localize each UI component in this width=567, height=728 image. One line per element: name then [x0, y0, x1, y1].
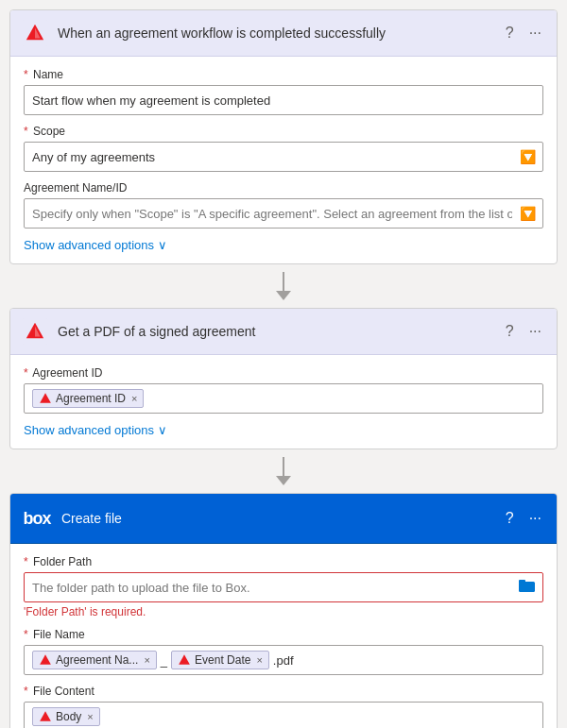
workflow-container: When an agreement workflow is completed …	[9, 9, 558, 728]
file-name-token-field[interactable]: Agreement Na... × _ Event Date × .pdf	[24, 645, 543, 675]
svg-marker-8	[179, 654, 190, 665]
trigger-more-button[interactable]: ···	[525, 24, 545, 42]
svg-marker-4	[40, 393, 51, 403]
file-content-token-body-close[interactable]: ×	[87, 711, 93, 722]
file-name-token-event-date: Event Date ×	[171, 651, 269, 669]
arrow-connector-1	[276, 264, 291, 308]
get-pdf-advanced-options-chevron-icon: ∨	[158, 423, 167, 437]
file-name-required-star: *	[24, 628, 28, 641]
agreement-id-token-close[interactable]: ×	[131, 393, 137, 404]
trigger-card-body: * Name * Scope 🔽 Agreement Name/I	[10, 57, 557, 263]
create-file-help-button[interactable]: ?	[502, 509, 518, 528]
file-name-field-group: * File Name Agreement Na... × _	[24, 628, 543, 675]
scope-field-group: * Scope 🔽	[24, 125, 543, 172]
get-pdf-card-body: * Agreement ID Agreement ID × Show advan…	[10, 355, 557, 449]
arrow-connector-2	[276, 449, 291, 493]
file-name-label: * File Name	[24, 628, 543, 641]
box-icon: box	[22, 503, 52, 533]
name-input[interactable]	[24, 85, 543, 115]
agreement-id-required-star: *	[24, 366, 28, 380]
file-content-label: * File Content	[24, 685, 543, 698]
scope-input-wrapper: 🔽	[24, 142, 543, 172]
trigger-advanced-options[interactable]: Show advanced options ∨	[24, 238, 167, 252]
folder-path-label: * Folder Path	[24, 555, 543, 568]
agreement-name-label: Agreement Name/ID	[24, 181, 543, 195]
agreement-name-input[interactable]	[24, 198, 543, 229]
file-content-token-field[interactable]: Body ×	[24, 702, 543, 728]
scope-input[interactable]	[24, 142, 543, 172]
advanced-options-chevron-icon: ∨	[158, 238, 167, 252]
trigger-help-button[interactable]: ?	[502, 24, 518, 42]
scope-label: * Scope	[24, 125, 543, 138]
create-file-card-actions: ? ···	[502, 509, 545, 528]
get-pdf-help-button[interactable]: ?	[502, 322, 518, 341]
create-file-more-button[interactable]: ···	[525, 509, 545, 528]
box-logo: box	[23, 509, 50, 529]
name-field-group: * Name	[24, 68, 543, 115]
folder-path-error: 'Folder Path' is required.	[24, 605, 543, 618]
create-file-card-body: * Folder Path 'Folder Path' is required.	[10, 544, 557, 728]
agreement-name-field-group: Agreement Name/ID 🔽	[24, 181, 543, 229]
file-name-token-agreement: Agreement Na... ×	[32, 651, 157, 669]
name-label: * Name	[24, 68, 543, 81]
folder-path-input[interactable]	[24, 572, 543, 602]
name-required-star: *	[24, 68, 28, 81]
adobe-icon	[22, 20, 48, 46]
file-content-field-group: * File Content Body ×	[24, 685, 543, 728]
create-file-card-title: Create file	[61, 511, 492, 526]
create-file-card-header: box Create file ? ···	[10, 494, 557, 544]
folder-path-field-group: * Folder Path 'Folder Path' is required.	[24, 555, 543, 618]
svg-marker-7	[40, 654, 51, 665]
folder-path-input-wrapper	[24, 572, 543, 602]
file-content-token-body: Body ×	[32, 707, 100, 726]
file-content-required-star: *	[24, 685, 28, 698]
get-pdf-more-button[interactable]: ···	[525, 322, 545, 341]
agreement-id-field-group: * Agreement ID Agreement ID ×	[24, 366, 543, 414]
scope-required-star: *	[24, 125, 28, 138]
get-pdf-card-actions: ? ···	[502, 322, 545, 341]
arrow-line-2	[283, 457, 284, 476]
trigger-card: When an agreement workflow is completed …	[9, 9, 558, 264]
svg-marker-9	[40, 711, 51, 721]
file-name-separator: _	[161, 653, 167, 668]
trigger-card-title: When an agreement workflow is completed …	[58, 25, 492, 41]
arrow-head-2	[276, 476, 291, 485]
get-pdf-card-header: Get a PDF of a signed agreement ? ···	[10, 309, 557, 355]
get-pdf-card: Get a PDF of a signed agreement ? ··· * …	[9, 308, 558, 449]
folder-path-required-star: *	[24, 555, 28, 568]
arrow-line-1	[283, 272, 284, 291]
create-file-card: box Create file ? ··· * Folder Path	[9, 493, 558, 728]
get-pdf-card-title: Get a PDF of a signed agreement	[58, 324, 492, 339]
trigger-card-actions: ? ···	[502, 24, 545, 42]
arrow-head-1	[276, 291, 291, 300]
file-name-token-event-date-close[interactable]: ×	[256, 654, 262, 666]
agreement-id-label: * Agreement ID	[24, 366, 543, 380]
adobe-icon-2	[22, 318, 48, 345]
file-name-token-agreement-close[interactable]: ×	[144, 654, 149, 666]
agreement-name-input-wrapper: 🔽	[24, 198, 543, 229]
agreement-id-token-field[interactable]: Agreement ID ×	[24, 383, 543, 414]
agreement-id-token: Agreement ID ×	[32, 389, 144, 408]
file-name-pdf-ext: .pdf	[273, 653, 294, 668]
get-pdf-advanced-options[interactable]: Show advanced options ∨	[24, 423, 167, 437]
trigger-card-header: When an agreement workflow is completed …	[10, 10, 557, 57]
